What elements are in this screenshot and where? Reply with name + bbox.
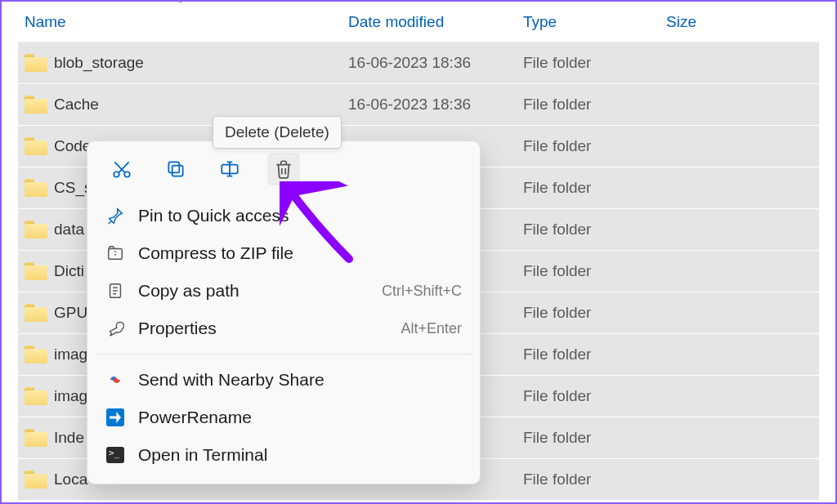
rename-button[interactable] — [213, 153, 246, 185]
menu-item-label: Pin to Quick access — [138, 206, 462, 225]
file-name: Inde — [54, 429, 84, 447]
delete-icon — [273, 158, 294, 180]
file-name: Dicti — [54, 262, 84, 280]
table-row[interactable]: blob_storage16-06-2023 18:36File folder — [18, 42, 819, 83]
cell-type: File folder — [517, 96, 660, 114]
folder-icon — [25, 96, 47, 114]
menu-item-copypath[interactable]: Copy as path Ctrl+Shift+C — [87, 272, 480, 310]
svg-rect-2 — [172, 166, 183, 176]
file-name: imag — [54, 346, 87, 364]
cut-button[interactable] — [105, 153, 138, 185]
menu-item-zip[interactable]: Compress to ZIP file — [87, 234, 480, 272]
menu-item-properties[interactable]: Properties Alt+Enter — [87, 310, 480, 347]
menu-item-label: Compress to ZIP file — [138, 243, 462, 263]
menu-item-shortcut: Ctrl+Shift+C — [382, 283, 462, 300]
file-name: Code — [54, 137, 91, 155]
zip-icon — [105, 243, 125, 263]
svg-point-1 — [124, 172, 130, 177]
column-header-size[interactable]: Size — [660, 13, 758, 31]
column-header-name[interactable]: Name — [18, 13, 342, 31]
folder-icon — [25, 262, 47, 280]
cut-icon — [111, 158, 132, 180]
cell-type: File folder — [517, 137, 660, 155]
folder-icon — [25, 304, 47, 322]
context-menu-icon-row — [87, 148, 480, 197]
cell-type: File folder — [517, 387, 660, 405]
menu-item-shortcut: Alt+Enter — [401, 320, 462, 337]
cell-date: 16-06-2023 18:36 — [342, 54, 517, 72]
menu-item-label: PowerRename — [138, 408, 462, 427]
folder-icon — [25, 387, 47, 405]
cell-type: File folder — [517, 179, 660, 197]
cell-type: File folder — [517, 346, 660, 364]
copypath-icon — [105, 281, 125, 301]
cell-date: 16-06-2023 18:36 — [342, 96, 517, 114]
copy-button[interactable] — [159, 153, 192, 185]
menu-item-label: Copy as path — [138, 281, 369, 301]
folder-icon — [25, 346, 47, 364]
cell-name: Cache — [18, 96, 342, 114]
cell-type: File folder — [517, 471, 660, 488]
folder-icon — [25, 179, 47, 197]
menu-item-label: Properties — [138, 319, 387, 338]
folder-icon — [25, 429, 47, 447]
folder-icon — [25, 137, 47, 155]
column-header-row: Name Date modified Type Size — [18, 2, 819, 42]
file-name: data — [54, 221, 84, 239]
menu-item-nearby[interactable]: Send with Nearby Share — [87, 361, 480, 399]
column-header-type[interactable]: Type — [517, 13, 660, 31]
powerrename-icon — [106, 408, 124, 426]
column-header-date[interactable]: Date modified — [342, 13, 517, 31]
file-name: Cache — [54, 96, 99, 114]
file-name: Loca — [54, 471, 87, 488]
terminal-icon — [106, 447, 124, 463]
delete-button[interactable] — [267, 153, 300, 185]
cell-type: File folder — [517, 429, 660, 447]
menu-separator — [96, 354, 472, 355]
folder-icon — [25, 54, 47, 72]
svg-rect-3 — [168, 162, 179, 172]
file-name: GPU — [54, 304, 87, 322]
menu-item-label: Open in Terminal — [138, 445, 462, 465]
powerrename-icon-wrap — [105, 408, 125, 427]
properties-icon — [105, 319, 125, 338]
folder-icon — [25, 221, 47, 239]
pin-icon — [105, 206, 125, 225]
menu-item-powerrename[interactable]: PowerRename — [87, 399, 480, 436]
cell-type: File folder — [517, 54, 660, 72]
copy-icon — [165, 158, 186, 180]
cell-name: blob_storage — [18, 54, 342, 72]
folder-icon — [25, 471, 47, 488]
file-name: blob_storage — [54, 54, 144, 72]
nearby-icon — [105, 370, 125, 390]
delete-tooltip: Delete (Delete) — [213, 116, 342, 149]
file-name: imag — [54, 387, 87, 405]
rename-icon — [219, 158, 240, 180]
cell-type: File folder — [517, 262, 660, 280]
menu-item-label: Send with Nearby Share — [138, 370, 462, 390]
sort-indicator-icon: ˄ — [178, 0, 183, 11]
menu-item-pin[interactable]: Pin to Quick access — [87, 197, 480, 234]
context-menu: Pin to Quick access Compress to ZIP file… — [87, 140, 481, 484]
svg-point-0 — [114, 172, 119, 177]
cell-type: File folder — [517, 221, 660, 239]
cell-type: File folder — [517, 304, 660, 322]
table-row[interactable]: Cache16-06-2023 18:36File folder — [18, 84, 819, 125]
terminal-icon-wrap — [105, 445, 125, 465]
menu-item-terminal[interactable]: Open in Terminal — [87, 436, 480, 474]
